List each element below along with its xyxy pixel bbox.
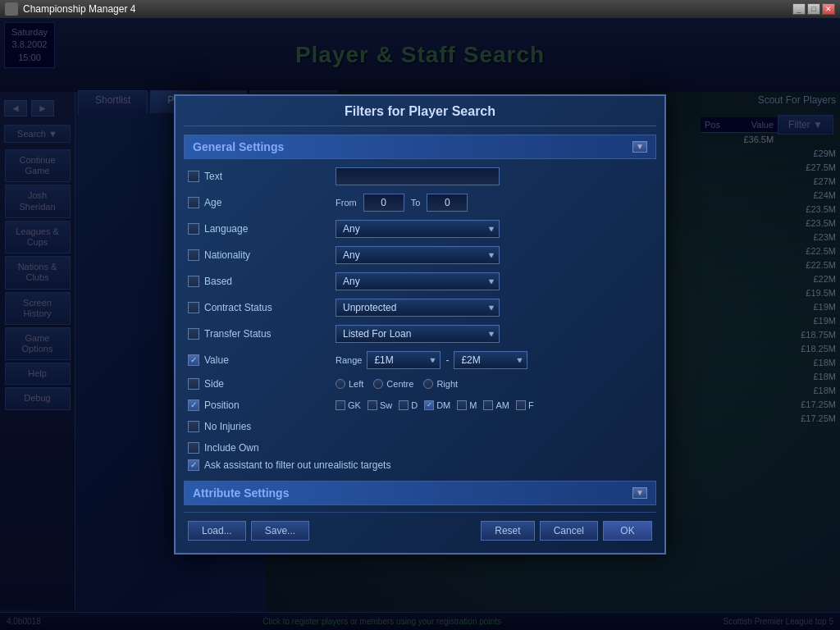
based-field-control: Any <box>336 271 652 292</box>
value-field-label: Value <box>188 349 336 371</box>
no-injuries-control <box>336 418 652 435</box>
no-injuries-field-label: No Injuries <box>188 418 336 435</box>
pos-m-label: M <box>469 400 477 410</box>
reset-button[interactable]: Reset <box>481 521 534 541</box>
based-checkbox[interactable] <box>188 276 199 287</box>
position-field-control: GK Sw D DM <box>336 397 652 413</box>
based-label: Based <box>204 276 232 287</box>
ask-assistant-label: Ask assistant to filter out unrealistic … <box>204 459 390 471</box>
transfer-status-field-label: Transfer Status <box>188 323 336 345</box>
pos-f-option: F <box>516 400 534 410</box>
age-field-control: From To <box>336 192 652 213</box>
pos-d-label: D <box>411 400 418 410</box>
contract-status-label: Contract Status <box>204 302 272 313</box>
pos-d-option: D <box>399 400 418 410</box>
language-dropdown[interactable]: Any <box>336 220 500 238</box>
transfer-status-field-control: Listed For Loan <box>336 323 652 345</box>
pos-dm-label: DM <box>436 400 450 410</box>
pos-f-checkbox[interactable] <box>516 400 526 410</box>
side-centre-option: Centre <box>373 379 413 389</box>
pos-dm-option: DM <box>424 400 450 410</box>
pos-m-option: M <box>457 400 477 410</box>
side-field-control: Left Centre Right <box>336 376 652 392</box>
value-from-dropdown[interactable]: £1M <box>367 351 441 369</box>
language-field-label: Language <box>188 218 336 240</box>
window-title: Championship Manager 4 <box>23 3 135 15</box>
text-input[interactable] <box>336 167 500 185</box>
side-centre-label: Centre <box>386 379 413 389</box>
side-left-option: Left <box>336 379 363 389</box>
side-checkbox[interactable] <box>188 378 199 390</box>
cancel-button[interactable]: Cancel <box>540 521 598 541</box>
text-checkbox[interactable] <box>188 171 199 182</box>
side-centre-radio[interactable] <box>373 379 383 389</box>
side-right-option: Right <box>423 379 458 389</box>
age-to-input[interactable] <box>427 194 468 212</box>
maximize-button[interactable]: □ <box>807 3 820 15</box>
pos-gk-label: GK <box>348 400 361 410</box>
transfer-status-label: Transfer Status <box>204 328 272 340</box>
nationality-dropdown[interactable]: Any <box>336 246 500 264</box>
side-field-label: Side <box>188 376 336 392</box>
minimize-button[interactable]: _ <box>792 3 806 15</box>
pos-gk-option: GK <box>336 400 361 410</box>
value-label: Value <box>204 354 229 366</box>
pos-gk-checkbox[interactable] <box>336 400 345 410</box>
transfer-status-dropdown[interactable]: Listed For Loan <box>336 325 500 343</box>
no-injuries-checkbox[interactable] <box>188 421 199 432</box>
pos-sw-option: Sw <box>368 400 392 410</box>
side-label: Side <box>204 378 224 390</box>
contract-status-dropdown[interactable]: Unprotected <box>336 299 500 317</box>
include-own-checkbox[interactable] <box>188 442 199 454</box>
pos-am-checkbox[interactable] <box>483 400 493 410</box>
include-own-control <box>336 440 652 456</box>
position-label: Position <box>204 399 240 411</box>
ask-assistant-row: Ask assistant to filter out unrealistic … <box>184 456 656 474</box>
nationality-field-control: Any <box>336 244 652 266</box>
ask-assistant-checkbox[interactable] <box>188 459 199 471</box>
side-left-radio[interactable] <box>336 379 345 389</box>
text-field-control <box>336 166 652 187</box>
pos-dm-checkbox[interactable] <box>424 400 434 410</box>
pos-am-label: AM <box>495 400 509 410</box>
load-button[interactable]: Load... <box>188 521 246 541</box>
title-bar: Championship Manager 4 _ □ ✕ <box>0 0 840 18</box>
age-field-label: Age <box>188 192 336 213</box>
attribute-settings-title: Attribute Settings <box>193 486 289 500</box>
nationality-label: Nationality <box>204 249 250 261</box>
language-field-control: Any <box>336 218 652 240</box>
age-label: Age <box>204 197 221 208</box>
save-button[interactable]: Save... <box>251 521 309 541</box>
age-from-input[interactable] <box>363 194 404 212</box>
position-checkbox[interactable] <box>188 399 199 411</box>
value-field-control: Range £1M - £2M <box>336 349 652 371</box>
contract-status-field-label: Contract Status <box>188 297 336 318</box>
general-settings-toggle[interactable]: ▼ <box>632 141 647 153</box>
age-checkbox[interactable] <box>188 197 199 208</box>
pos-d-checkbox[interactable] <box>399 400 409 410</box>
nationality-checkbox[interactable] <box>188 249 199 261</box>
contract-status-field-control: Unprotected <box>336 297 652 318</box>
close-button[interactable]: ✕ <box>822 3 835 15</box>
based-dropdown[interactable]: Any <box>336 272 500 290</box>
text-label: Text <box>204 171 222 182</box>
language-label: Language <box>204 223 248 235</box>
general-settings-form: Text Age From To <box>184 166 656 456</box>
side-right-radio[interactable] <box>423 379 433 389</box>
pos-m-checkbox[interactable] <box>457 400 467 410</box>
include-own-field-label: Include Own <box>188 440 336 456</box>
value-to-dropdown[interactable]: £2M <box>454 351 527 369</box>
attribute-settings-toggle[interactable]: ▼ <box>632 487 647 499</box>
filter-dialog: Filters for Player Search General Settin… <box>174 94 666 555</box>
transfer-status-checkbox[interactable] <box>188 328 199 340</box>
age-from-label: From <box>336 198 357 208</box>
ok-button[interactable]: OK <box>603 521 652 541</box>
contract-status-checkbox[interactable] <box>188 302 199 313</box>
language-checkbox[interactable] <box>188 223 199 235</box>
side-left-label: Left <box>349 379 363 389</box>
pos-sw-checkbox[interactable] <box>368 400 377 410</box>
value-range-label: Range <box>336 355 362 365</box>
app-icon <box>5 2 18 16</box>
pos-am-option: AM <box>483 400 509 410</box>
value-checkbox[interactable] <box>188 354 199 366</box>
